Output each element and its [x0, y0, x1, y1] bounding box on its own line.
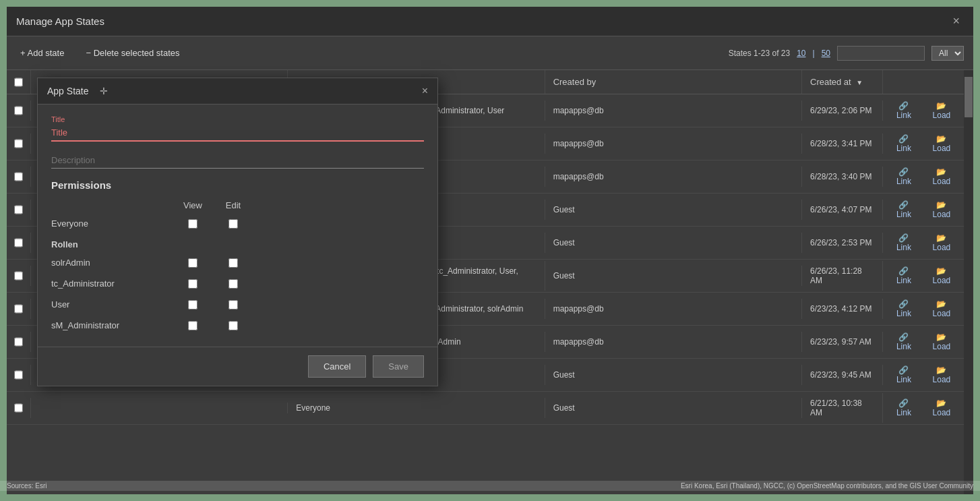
everyone-view-checkbox[interactable] [188, 219, 197, 229]
add-state-button[interactable]: + Add state [16, 45, 68, 61]
cancel-button[interactable]: Cancel [308, 355, 366, 378]
row-checkbox-9[interactable] [14, 403, 23, 413]
permissions-section: Permissions View Edit Everyone [51, 179, 424, 336]
User-edit-checkbox[interactable] [228, 300, 238, 310]
perm-name-2: User [51, 299, 173, 310]
attribution-bar: Sources: Esri Esri Korea, Esri (Thailand… [0, 481, 980, 491]
row-created-by-9: Guest [545, 398, 802, 418]
row-created-by-4: Guest [545, 233, 802, 253]
solrAdmin-edit-checkbox[interactable] [228, 258, 238, 268]
row-checkbox-6[interactable] [14, 304, 23, 314]
load-button-3[interactable]: 📂 Load [925, 199, 958, 220]
perm-everyone-view [173, 219, 213, 229]
description-field [51, 152, 424, 169]
row-checkbox-cell-0 [7, 100, 31, 121]
sub-dialog-body: Title Permissions View Edit [38, 105, 437, 347]
title-input[interactable] [51, 125, 424, 142]
everyone-edit-checkbox[interactable] [228, 219, 238, 229]
row-created-by-3: Guest [545, 200, 802, 220]
perm-edit-2 [213, 300, 253, 310]
link-button-1[interactable]: 🔗 Link [888, 133, 919, 154]
link-button-9[interactable]: 🔗 Link [888, 397, 919, 419]
toolbar: + Add state − Delete selected states Sta… [7, 36, 973, 70]
solrAdmin-view-checkbox[interactable] [188, 258, 197, 268]
sub-dialog-title: App State [47, 86, 89, 96]
perm-row-everyone: Everyone [51, 213, 424, 234]
link-button-8[interactable]: 🔗 Link [888, 364, 919, 386]
row-checkbox-0[interactable] [14, 106, 23, 115]
load-button-2[interactable]: 📂 Load [925, 166, 958, 187]
sM_Administrator-edit-checkbox[interactable] [228, 321, 238, 330]
perm-edit-1 [213, 279, 253, 289]
main-scrollbar[interactable] [964, 70, 973, 494]
row-actions-8: 🔗 Link 📂 Load [883, 359, 964, 391]
perm-view-1 [173, 279, 213, 289]
save-button[interactable]: Save [373, 355, 424, 378]
link-button-5[interactable]: 🔗 Link [888, 265, 919, 287]
sM_Administrator-view-checkbox[interactable] [188, 321, 197, 330]
header-actions [883, 70, 964, 94]
row-checkbox-7[interactable] [14, 337, 23, 347]
row-checkbox-cell-1 [7, 134, 31, 154]
sub-dialog-footer: Cancel Save [38, 347, 437, 386]
row-editable-for-9: Everyone [288, 398, 545, 418]
row-created-at-7: 6/23/23, 9:57 AM [802, 332, 883, 352]
permissions-title: Permissions [51, 179, 424, 191]
row-app-state-9 [31, 403, 288, 413]
row-actions-3: 🔗 Link 📂 Load [883, 194, 964, 226]
rollen-rows: solrAdmin tc_Administrator User sM_Admin… [51, 252, 424, 336]
perm-edit-header: Edit [213, 200, 253, 210]
load-button-0[interactable]: 📂 Load [925, 100, 958, 121]
perm-edit-3 [213, 321, 253, 330]
row-checkbox-8[interactable] [14, 370, 23, 380]
perm-view-2 [173, 300, 213, 310]
load-button-8[interactable]: 📂 Load [925, 364, 958, 386]
tc_Administrator-view-checkbox[interactable] [188, 279, 197, 289]
delete-selected-states-button[interactable]: − Delete selected states [82, 45, 183, 61]
row-checkbox-cell-7 [7, 332, 31, 352]
permissions-scroll: View Edit Everyone Rollen [51, 198, 424, 336]
select-all-checkbox[interactable] [14, 78, 23, 87]
link-button-2[interactable]: 🔗 Link [888, 166, 919, 187]
load-button-5[interactable]: 📂 Load [925, 265, 958, 287]
row-checkbox-cell-8 [7, 365, 31, 385]
row-checkbox-4[interactable] [14, 238, 23, 247]
link-button-3[interactable]: 🔗 Link [888, 199, 919, 220]
states-count-label: States 1-23 of 23 [729, 49, 790, 58]
load-button-7[interactable]: 📂 Load [925, 331, 958, 353]
link-button-7[interactable]: 🔗 Link [888, 331, 919, 353]
sub-dialog-close-button[interactable]: × [422, 85, 428, 97]
load-button-6[interactable]: 📂 Load [925, 298, 958, 320]
sub-dialog-titlebar[interactable]: App State ✛ × [38, 78, 437, 105]
row-actions-9: 🔗 Link 📂 Load [883, 392, 964, 424]
perm-name-header [51, 200, 173, 210]
link-button-6[interactable]: 🔗 Link [888, 298, 919, 320]
row-created-by-6: mapapps@db [545, 299, 802, 319]
page-10-link[interactable]: 10 [797, 49, 805, 58]
filter-all-select[interactable]: All [931, 46, 964, 61]
description-input[interactable] [51, 152, 424, 169]
tc_Administrator-edit-checkbox[interactable] [228, 279, 238, 289]
dialog-close-button[interactable]: × [948, 13, 964, 30]
row-checkbox-cell-4 [7, 233, 31, 253]
page-50-link[interactable]: 50 [822, 49, 830, 58]
link-button-0[interactable]: 🔗 Link [888, 100, 919, 121]
row-checkbox-1[interactable] [14, 139, 23, 148]
row-checkbox-5[interactable] [14, 271, 23, 281]
row-checkbox-2[interactable] [14, 172, 23, 181]
User-view-checkbox[interactable] [188, 300, 197, 310]
row-actions-2: 🔗 Link 📂 Load [883, 160, 964, 193]
perm-row-User: User [51, 294, 424, 315]
load-button-4[interactable]: 📂 Load [925, 232, 958, 254]
row-checkbox-cell-2 [7, 167, 31, 187]
row-checkbox-3[interactable] [14, 205, 23, 214]
row-checkbox-cell-9 [7, 398, 31, 418]
scrollbar-thumb [964, 77, 973, 117]
search-input[interactable] [837, 46, 925, 61]
pagination-separator: | [813, 49, 815, 58]
load-button-1[interactable]: 📂 Load [925, 133, 958, 154]
link-button-4[interactable]: 🔗 Link [888, 232, 919, 254]
row-created-at-3: 6/26/23, 4:07 PM [802, 200, 883, 220]
load-button-9[interactable]: 📂 Load [925, 397, 958, 419]
row-created-at-4: 6/26/23, 2:53 PM [802, 233, 883, 253]
